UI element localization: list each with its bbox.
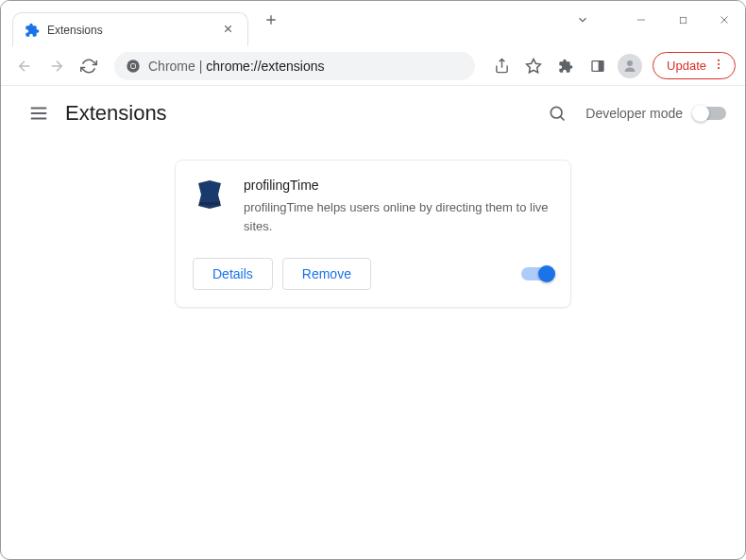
tab-title: Extensions — [47, 24, 220, 37]
extension-name: profilingTime — [244, 178, 553, 193]
sidepanel-button[interactable] — [583, 51, 613, 81]
update-button[interactable]: Update — [653, 52, 736, 79]
tab-search-button[interactable] — [562, 1, 603, 39]
svg-point-6 — [627, 60, 633, 66]
extension-enable-toggle[interactable] — [521, 267, 553, 280]
svg-point-10 — [551, 107, 563, 118]
close-window-button[interactable] — [704, 1, 745, 39]
extensions-button[interactable] — [551, 51, 581, 81]
tab-close-button[interactable] — [220, 21, 236, 40]
avatar-icon — [618, 54, 642, 78]
developer-mode-label: Developer mode — [585, 106, 683, 121]
chrome-logo-icon — [126, 59, 141, 74]
share-button[interactable] — [486, 51, 517, 81]
extensions-list: awayurl profilingTime profilingTime help… — [1, 141, 745, 327]
address-bar[interactable]: Chrome | chrome://extensions — [114, 52, 475, 80]
extension-card: awayurl profilingTime profilingTime help… — [175, 160, 571, 308]
titlebar: Extensions — [1, 1, 745, 46]
menu-dots-icon — [712, 58, 725, 74]
maximize-button[interactable] — [662, 1, 704, 39]
extension-description: profilingTime helps users online by dire… — [244, 198, 553, 235]
extensions-header: Extensions Developer mode — [1, 86, 745, 141]
svg-rect-5 — [599, 60, 603, 71]
window-controls — [562, 1, 745, 39]
svg-point-8 — [718, 63, 720, 65]
forward-button — [42, 52, 71, 80]
main-menu-button[interactable] — [20, 94, 58, 132]
extension-tab-icon — [25, 23, 40, 38]
extension-icon: awayurl — [193, 178, 227, 212]
back-button[interactable] — [10, 52, 39, 80]
minimize-button[interactable] — [620, 1, 662, 39]
browser-toolbar: Chrome | chrome://extensions Update — [1, 46, 745, 86]
url-text: Chrome | chrome://extensions — [148, 59, 325, 74]
remove-button[interactable]: Remove — [282, 258, 371, 290]
svg-point-9 — [718, 67, 720, 69]
svg-point-7 — [718, 59, 720, 61]
search-button[interactable] — [540, 96, 574, 130]
bookmark-button[interactable] — [518, 51, 549, 81]
reload-button[interactable] — [75, 52, 103, 80]
svg-text:awayurl: awayurl — [199, 200, 221, 206]
details-button[interactable]: Details — [193, 258, 273, 290]
page-title: Extensions — [65, 101, 167, 126]
svg-point-3 — [131, 63, 136, 68]
browser-tab[interactable]: Extensions — [12, 12, 248, 46]
new-tab-button[interactable] — [258, 7, 284, 37]
developer-mode-toggle[interactable] — [694, 107, 726, 120]
svg-rect-0 — [680, 17, 686, 23]
profile-button[interactable] — [615, 51, 645, 81]
